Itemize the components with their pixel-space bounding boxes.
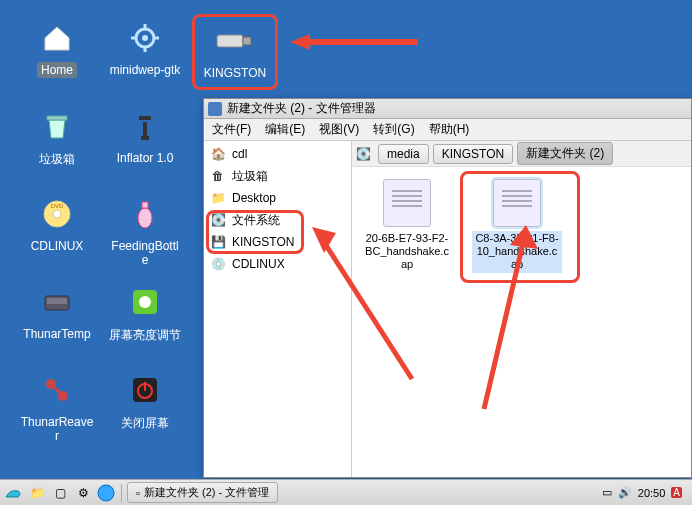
path-segment[interactable]: media [378, 144, 429, 164]
menu-edit[interactable]: 编辑(E) [265, 121, 305, 138]
power-icon [125, 370, 165, 410]
content-pane: 💽 media KINGSTON 新建文件夹 (2) 20-6B-E7-93-F… [352, 141, 691, 477]
svg-point-33 [98, 485, 114, 501]
window-icon [208, 102, 222, 116]
window-title: 新建文件夹 (2) - 文件管理器 [227, 100, 376, 117]
path-segment-current[interactable]: 新建文件夹 (2) [517, 142, 613, 165]
window-icon: ▫ [136, 487, 140, 499]
desktop-icon-inflator[interactable]: Inflator 1.0 [102, 106, 188, 166]
file-manager-window: 新建文件夹 (2) - 文件管理器 文件(F) 编辑(E) 视图(V) 转到(G… [203, 98, 692, 478]
trash-icon: 🗑 [210, 168, 226, 184]
desktop-icon-brightness[interactable]: 屏幕亮度调节 [102, 282, 188, 345]
folder-icon: 📁 [210, 190, 226, 206]
menubar: 文件(F) 编辑(E) 视图(V) 转到(G) 帮助(H) [204, 119, 691, 141]
desktop-icon-label: ThunarReaver [16, 414, 98, 444]
tb-browser-icon[interactable] [96, 483, 116, 503]
svg-marker-28 [290, 34, 310, 50]
menu-go[interactable]: 转到(G) [373, 121, 414, 138]
gear-icon [125, 18, 165, 58]
sidebar-item-label: Desktop [232, 191, 276, 205]
desktop-icon-thunartemp[interactable]: ThunarTemp [14, 282, 100, 342]
svg-rect-18 [47, 298, 67, 304]
desktop-icon-label: 屏幕亮度调节 [105, 326, 185, 345]
annotation-highlight [460, 171, 580, 283]
tray-lang-icon[interactable]: A [671, 487, 682, 498]
svg-rect-8 [47, 116, 67, 120]
svg-rect-11 [141, 136, 149, 140]
desktop-icon-label: ThunarTemp [19, 326, 94, 342]
pathbar: 💽 media KINGSTON 新建文件夹 (2) [352, 141, 691, 167]
trash-icon [37, 106, 77, 146]
sidebar-item-cdlinux[interactable]: 💿 CDLINUX [204, 253, 351, 275]
home-icon [37, 18, 77, 58]
svg-point-15 [138, 208, 152, 228]
tray-monitor-icon[interactable]: ▭ [602, 486, 612, 499]
desktop-icon-label: minidwep-gtk [106, 62, 185, 78]
titlebar[interactable]: 新建文件夹 (2) - 文件管理器 [204, 99, 691, 119]
sidebar-item-trash[interactable]: 🗑 垃圾箱 [204, 165, 351, 187]
bottle-icon [125, 194, 165, 234]
desktop-icon-poweroff[interactable]: 关闭屏幕 [102, 370, 188, 433]
file-area[interactable]: 20-6B-E7-93-F2-BC_handshake.cap C8-3A-35… [352, 167, 691, 477]
separator [121, 484, 122, 502]
desktop-icon-label: CDLINUX [27, 238, 88, 254]
file-icon [383, 179, 431, 227]
taskbar-task-label: 新建文件夹 (2) - 文件管理 [144, 485, 269, 500]
svg-rect-16 [142, 202, 148, 208]
svg-point-13 [53, 210, 61, 218]
sidebar-item-desktop[interactable]: 📁 Desktop [204, 187, 351, 209]
desktop-icon-label: Inflator 1.0 [113, 150, 178, 166]
tb-folder-icon[interactable]: 📁 [27, 483, 47, 503]
sidebar-item-label: 垃圾箱 [232, 168, 268, 185]
desktop-icon-trash[interactable]: 垃圾箱 [14, 106, 100, 169]
annotation-highlight [206, 210, 304, 254]
svg-rect-6 [217, 35, 243, 47]
file-label: 20-6B-E7-93-F2-BC_handshake.cap [362, 231, 452, 273]
network-icon [37, 370, 77, 410]
path-segment[interactable]: KINGSTON [433, 144, 513, 164]
desktop-icon-label: 垃圾箱 [35, 150, 79, 169]
svg-rect-9 [143, 122, 147, 138]
svg-point-1 [142, 35, 148, 41]
sidebar-item-home[interactable]: 🏠 cdl [204, 143, 351, 165]
annotation-arrow [288, 32, 428, 52]
system-tray: ▭ 🔊 20:50 A [602, 486, 688, 499]
svg-point-20 [139, 296, 151, 308]
taskbar-task[interactable]: ▫ 新建文件夹 (2) - 文件管理 [127, 482, 278, 503]
pump-icon [125, 106, 165, 146]
tb-settings-icon[interactable]: ⚙ [73, 483, 93, 503]
clock[interactable]: 20:50 [638, 487, 666, 499]
desktop-icon-cdlinux[interactable]: DVD CDLINUX [14, 194, 100, 254]
drive-icon [37, 282, 77, 322]
desktop-icon-label: 关闭屏幕 [117, 414, 173, 433]
tb-terminal-icon[interactable]: ▢ [50, 483, 70, 503]
sidebar: 🏠 cdl 🗑 垃圾箱 📁 Desktop 💽 文件系统 💾 KINGSTON … [204, 141, 352, 477]
drive-icon: 💽 [356, 147, 374, 161]
desktop-icon-label: FeedingBottle [104, 238, 186, 268]
taskbar: 📁 ▢ ⚙ ▫ 新建文件夹 (2) - 文件管理 ▭ 🔊 20:50 A [0, 479, 692, 505]
tray-volume-icon[interactable]: 🔊 [618, 486, 632, 499]
svg-rect-10 [139, 116, 151, 120]
desktop-icon-minidwep[interactable]: minidwep-gtk [102, 18, 188, 78]
desktop-icon-kingston[interactable]: KINGSTON [192, 14, 278, 90]
svg-text:DVD: DVD [51, 203, 64, 209]
sidebar-item-label: cdl [232, 147, 247, 161]
brightness-icon [125, 282, 165, 322]
file-item[interactable]: 20-6B-E7-93-F2-BC_handshake.cap [362, 179, 452, 273]
home-icon: 🏠 [210, 146, 226, 162]
start-button[interactable] [4, 483, 24, 503]
sidebar-item-label: CDLINUX [232, 257, 285, 271]
disc-icon: DVD [37, 194, 77, 234]
usb-drive-icon [215, 21, 255, 61]
desktop-icon-label: KINGSTON [200, 65, 270, 81]
menu-help[interactable]: 帮助(H) [429, 121, 470, 138]
desktop-icon-thunarreaver[interactable]: ThunarReaver [14, 370, 100, 444]
desktop-icon-label: Home [37, 62, 77, 78]
svg-rect-7 [243, 37, 251, 45]
desktop-icon-home[interactable]: Home [14, 18, 100, 78]
menu-view[interactable]: 视图(V) [319, 121, 359, 138]
svg-line-23 [54, 387, 60, 393]
desktop-icon-feedingbottle[interactable]: FeedingBottle [102, 194, 188, 268]
disc-icon: 💿 [210, 256, 226, 272]
menu-file[interactable]: 文件(F) [212, 121, 251, 138]
